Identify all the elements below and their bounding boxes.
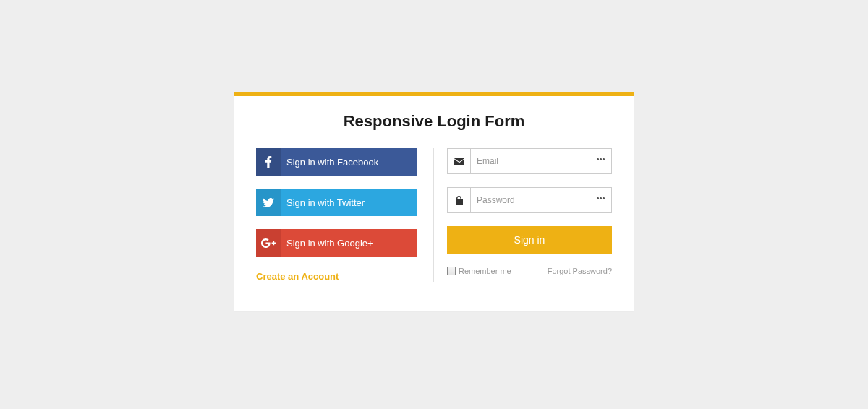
password-input[interactable]: [471, 188, 591, 212]
email-icon: [448, 149, 471, 173]
signin-button[interactable]: Sign in: [447, 226, 612, 254]
password-input-group: •••: [447, 187, 612, 213]
facebook-signin-button[interactable]: Sign in with Facebook: [256, 148, 417, 176]
email-input[interactable]: [471, 149, 591, 173]
login-card: Responsive Login Form Sign in with Faceb…: [234, 92, 634, 311]
more-icon: •••: [591, 149, 611, 173]
twitter-signin-button[interactable]: Sign in with Twitter: [256, 189, 417, 216]
facebook-label: Sign in with Facebook: [281, 157, 378, 168]
columns: Sign in with Facebook Sign in with Twitt…: [256, 148, 612, 282]
email-input-group: •••: [447, 148, 612, 174]
facebook-icon: [256, 148, 281, 176]
twitter-label: Sign in with Twitter: [281, 197, 365, 208]
form-footer: Remember me Forgot Password?: [447, 267, 612, 275]
google-label: Sign in with Google+: [281, 238, 373, 249]
twitter-icon: [256, 189, 281, 216]
form-column: ••• ••• Sign in Remember me Forgot Passw…: [433, 148, 612, 282]
checkbox-icon: [447, 267, 456, 275]
more-icon: •••: [591, 188, 611, 212]
social-column: Sign in with Facebook Sign in with Twitt…: [256, 148, 417, 282]
google-plus-icon: [256, 229, 281, 257]
create-account-link[interactable]: Create an Account: [256, 271, 417, 282]
forgot-password-link[interactable]: Forgot Password?: [548, 267, 612, 275]
remember-me-checkbox[interactable]: Remember me: [447, 267, 511, 275]
google-signin-button[interactable]: Sign in with Google+: [256, 229, 417, 257]
page-title: Responsive Login Form: [256, 112, 612, 131]
lock-icon: [448, 188, 471, 212]
remember-label: Remember me: [459, 267, 511, 275]
